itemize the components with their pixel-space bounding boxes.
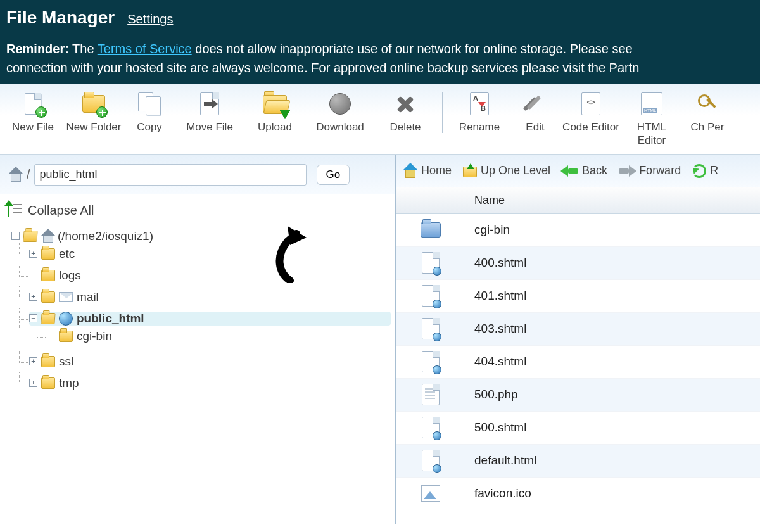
rename-button[interactable]: Rename [449, 89, 510, 150]
tree-root-label: (/home2/iosquiz1) [58, 229, 153, 243]
web-file-icon [422, 252, 440, 274]
arrow-right-icon [619, 165, 635, 177]
folder-icon [421, 222, 441, 238]
reminder-text: Reminder: The Terms of Service does not … [6, 39, 754, 77]
nav-reload-button[interactable]: R [690, 164, 721, 178]
home-folder-icon [41, 230, 54, 243]
collapse-all-icon [8, 204, 23, 217]
download-icon [327, 91, 353, 117]
copy-icon [137, 91, 162, 117]
new-folder-button[interactable]: New Folder [63, 89, 124, 136]
text-file-icon [422, 384, 440, 405]
expand-icon[interactable]: + [29, 293, 37, 301]
folder-icon [41, 248, 55, 260]
expand-icon[interactable]: + [29, 250, 37, 258]
collapse-icon[interactable]: − [29, 314, 37, 322]
new-file-icon [20, 91, 46, 117]
collapse-all-button[interactable]: Collapse All [0, 194, 395, 223]
folder-icon [41, 291, 55, 303]
navigation-bar: Home Up One Level Back Forward R [396, 155, 760, 187]
file-row[interactable]: 403.shtml [396, 313, 760, 346]
home-icon [403, 164, 417, 178]
settings-link[interactable]: Settings [127, 12, 173, 27]
new-folder-icon [81, 91, 106, 117]
reload-icon [692, 164, 706, 178]
change-permissions-button[interactable]: Ch Per [682, 89, 733, 150]
copy-button[interactable]: Copy [124, 89, 175, 136]
tree-item-etc[interactable]: + etc [29, 247, 391, 261]
tree-item-tmp[interactable]: + tmp [29, 376, 391, 390]
expand-icon[interactable]: + [29, 379, 37, 387]
tree-item-public-html[interactable]: − public_html [29, 312, 391, 326]
tree-item-mail[interactable]: + mail [29, 290, 391, 304]
file-row[interactable]: 401.shtml [396, 280, 760, 313]
home-icon[interactable] [9, 168, 23, 182]
web-file-icon [422, 351, 440, 372]
rename-icon [467, 91, 492, 117]
path-input[interactable] [34, 164, 307, 186]
folder-icon [41, 270, 55, 281]
nav-forward-button[interactable]: Forward [616, 164, 683, 177]
nav-up-button[interactable]: Up One Level [460, 164, 553, 177]
column-name[interactable]: Name [466, 187, 760, 213]
tree-item-cgi-bin[interactable]: cgi-bin [47, 329, 391, 343]
expand-icon[interactable]: + [29, 357, 37, 365]
web-file-icon [422, 450, 440, 471]
file-list: cgi-bin 400.shtml 401.shtml 403.shtml 40… [396, 214, 760, 524]
move-file-icon [197, 91, 222, 117]
html-editor-icon [639, 91, 664, 117]
download-button[interactable]: Download [305, 89, 375, 136]
file-table-header: Name [396, 187, 760, 214]
file-row[interactable]: favicon.ico [396, 478, 760, 510]
delete-icon [393, 91, 418, 117]
upload-icon [262, 91, 288, 117]
folder-tree: − (/home2/iosquiz1) + etc l [0, 223, 395, 404]
file-row[interactable]: 400.shtml [396, 247, 760, 280]
file-row[interactable]: 500.php [396, 379, 760, 412]
toolbar: New File New Folder Copy Move File Uploa… [0, 84, 760, 155]
folder-icon [41, 356, 55, 367]
nav-home-button[interactable]: Home [401, 164, 454, 178]
terms-of-service-link[interactable]: Terms of Service [98, 42, 192, 56]
arrow-left-icon [562, 165, 578, 177]
edit-button[interactable]: Edit [510, 89, 560, 150]
file-row[interactable]: 500.shtml [396, 412, 760, 445]
file-row[interactable]: default.html [396, 445, 760, 478]
upload-button[interactable]: Upload [244, 89, 305, 136]
tree-root[interactable]: − (/home2/iosquiz1) [11, 229, 391, 243]
file-row[interactable]: cgi-bin [396, 214, 760, 247]
code-editor-button[interactable]: Code Editor [560, 89, 621, 150]
move-file-button[interactable]: Move File [175, 89, 244, 136]
column-icon[interactable] [396, 187, 466, 213]
new-file-button[interactable]: New File [3, 89, 63, 136]
tree-toggle-icon[interactable]: − [11, 232, 20, 240]
right-pane: Home Up One Level Back Forward R Name [396, 155, 760, 524]
web-file-icon [422, 285, 440, 307]
image-file-icon [421, 485, 440, 502]
up-level-icon [463, 165, 477, 177]
folder-icon [59, 331, 73, 342]
path-separator: / [27, 167, 30, 182]
folder-icon [41, 377, 55, 389]
html-editor-button[interactable]: HTML Editor [621, 89, 682, 150]
mail-icon [59, 292, 73, 302]
tree-item-ssl[interactable]: + ssl [29, 355, 391, 369]
left-pane: / Go Collapse All − (/home2/iosquiz1) [0, 155, 396, 524]
reminder-label: Reminder: [6, 42, 69, 56]
path-bar: / Go [0, 155, 395, 194]
tree-item-logs[interactable]: logs [29, 269, 391, 282]
go-button[interactable]: Go [317, 165, 350, 185]
web-file-icon [422, 417, 440, 438]
web-file-icon [422, 318, 440, 339]
workspace: / Go Collapse All − (/home2/iosquiz1) [0, 155, 760, 524]
folder-open-icon [23, 231, 37, 242]
header: File Manager Settings Reminder: The Term… [0, 0, 760, 84]
folder-open-icon [41, 313, 55, 324]
file-row[interactable]: 404.shtml [396, 346, 760, 379]
code-editor-icon [578, 91, 604, 117]
edit-icon [522, 91, 548, 117]
delete-button[interactable]: Delete [375, 89, 436, 136]
nav-back-button[interactable]: Back [559, 164, 610, 177]
app-title: File Manager [6, 8, 115, 28]
globe-icon [59, 312, 73, 326]
